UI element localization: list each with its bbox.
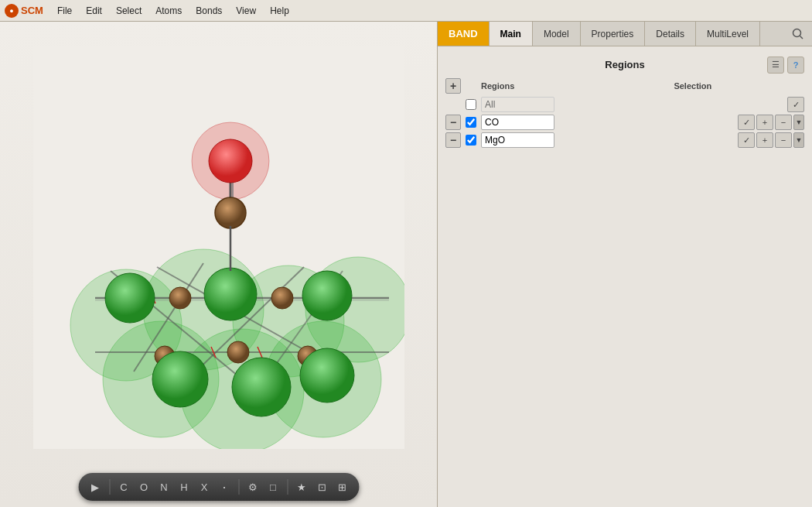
region-mgo-add[interactable]: + [756,132,773,148]
region-co-dropdown[interactable]: ▼ [793,115,804,130]
menu-view[interactable]: View [230,4,262,18]
toolbar-n[interactable]: N [156,481,172,493]
svg-point-25 [169,287,191,309]
region-mgo-checkbox[interactable] [466,135,476,146]
toolbar-dot[interactable]: · [217,479,232,495]
tab-details[interactable]: Details [645,22,696,46]
region-mgo-name[interactable] [481,132,554,148]
region-co-add[interactable]: + [756,115,773,130]
svg-line-40 [800,36,803,39]
regions-col-header: Regions [481,81,514,91]
svg-point-37 [215,197,246,228]
toolbar-square[interactable]: □ [265,481,281,493]
region-mgo-minus[interactable]: − [775,132,792,148]
region-mgo-dropdown[interactable]: ▼ [793,132,804,148]
toolbar-h[interactable]: H [176,481,192,493]
regions-table: + Regions Selection ✓ − [445,78,804,148]
svg-point-24 [302,271,352,320]
svg-point-36 [209,139,252,183]
region-all-name [481,97,554,112]
region-mgo-check[interactable]: ✓ [738,132,755,148]
toolbar-star[interactable]: ★ [294,481,309,493]
region-all-sel-group: ✓ [787,97,804,112]
region-co-check[interactable]: ✓ [738,115,755,130]
region-co-remove[interactable]: − [445,115,461,130]
scm-logo-icon: ● [5,4,19,18]
search-icon [792,28,804,40]
main-layout: ▶ C O N H X · ⚙ □ ★ ⊡ ⊞ BAND Main Model … [0,22,812,507]
region-row-co: − ✓ + − ▼ [445,115,804,130]
toolbar-c[interactable]: C [116,481,131,493]
menubar: ● SCM File Edit Select Atoms Bonds View … [0,0,812,22]
panel-title: Regions [605,59,644,70]
svg-point-39 [793,29,801,36]
toolbar-select-box[interactable]: ⊡ [314,481,329,493]
regions-titlebar: Regions ☰ ? [445,54,804,78]
scm-logo: ● SCM [5,4,43,18]
tab-multilevel[interactable]: MultiLevel [696,22,760,46]
tab-properties[interactable]: Properties [581,22,646,46]
tab-bar: BAND Main Model Properties Details Multi… [438,22,812,46]
menu-edit[interactable]: Edit [80,4,108,18]
molecule-svg [33,46,404,449]
scm-logo-text: SCM [21,5,43,16]
svg-point-31 [232,358,291,416]
menu-select[interactable]: Select [110,4,148,18]
right-panel: BAND Main Model Properties Details Multi… [438,22,812,507]
svg-point-32 [300,348,354,403]
menu-atoms[interactable]: Atoms [149,4,188,18]
add-region-button[interactable]: + [445,78,461,94]
panel-content: Regions ☰ ? + Regions Selection [438,46,812,507]
selection-col-header: Selection [674,81,711,91]
region-co-sel-group: ✓ + − ▼ [738,115,804,130]
menu-help[interactable]: Help [264,4,295,18]
region-mgo-sel-group: ✓ + − ▼ [738,132,804,148]
tab-band[interactable]: BAND [438,22,490,46]
region-row-all: ✓ [445,97,804,112]
toolbar-o[interactable]: O [136,481,152,493]
region-co-minus[interactable]: − [775,115,792,130]
molecule-viewer: ▶ C O N H X · ⚙ □ ★ ⊡ ⊞ [0,22,438,507]
toolbar-grid[interactable]: ⊞ [334,481,350,493]
tab-model[interactable]: Model [533,22,581,46]
svg-point-30 [152,351,208,407]
regions-header-row: + Regions Selection [445,78,804,94]
svg-point-23 [204,268,257,320]
toolbar-arrow[interactable]: ▶ [87,481,103,493]
region-row-mgo: − ✓ + − ▼ [445,132,804,148]
toolbar-gear[interactable]: ⚙ [245,481,261,493]
region-co-checkbox[interactable] [466,117,476,128]
search-button[interactable] [784,22,812,46]
panel-icons: ☰ ? [767,57,804,74]
menu-file[interactable]: File [51,4,78,18]
svg-point-28 [227,341,249,363]
region-mgo-remove[interactable]: − [445,132,461,148]
region-co-name[interactable] [481,115,554,130]
molecule-canvas[interactable] [0,22,437,473]
region-all-checkmark[interactable]: ✓ [787,97,804,112]
panel-menu-icon[interactable]: ☰ [767,57,784,74]
viewer-toolbar: ▶ C O N H X · ⚙ □ ★ ⊡ ⊞ [78,473,359,501]
svg-point-22 [105,273,155,323]
svg-point-26 [271,287,293,309]
region-all-checkbox[interactable] [466,99,476,110]
panel-help-icon[interactable]: ? [787,57,804,74]
tab-main[interactable]: Main [490,22,533,46]
toolbar-x[interactable]: X [196,481,212,493]
menu-bonds[interactable]: Bonds [189,4,228,18]
